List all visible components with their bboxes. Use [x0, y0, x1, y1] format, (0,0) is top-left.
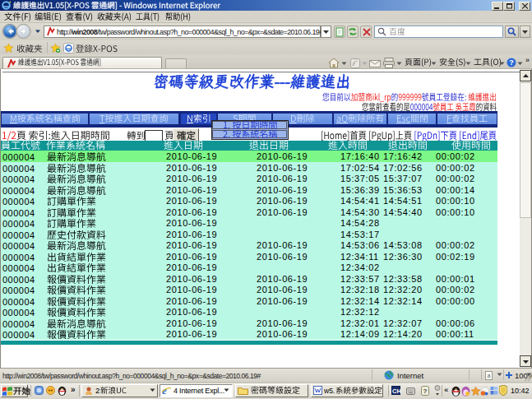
svg-text:?: ?: [423, 387, 428, 395]
svg-text:a: a: [488, 373, 491, 378]
svg-text:?: ?: [509, 58, 514, 67]
